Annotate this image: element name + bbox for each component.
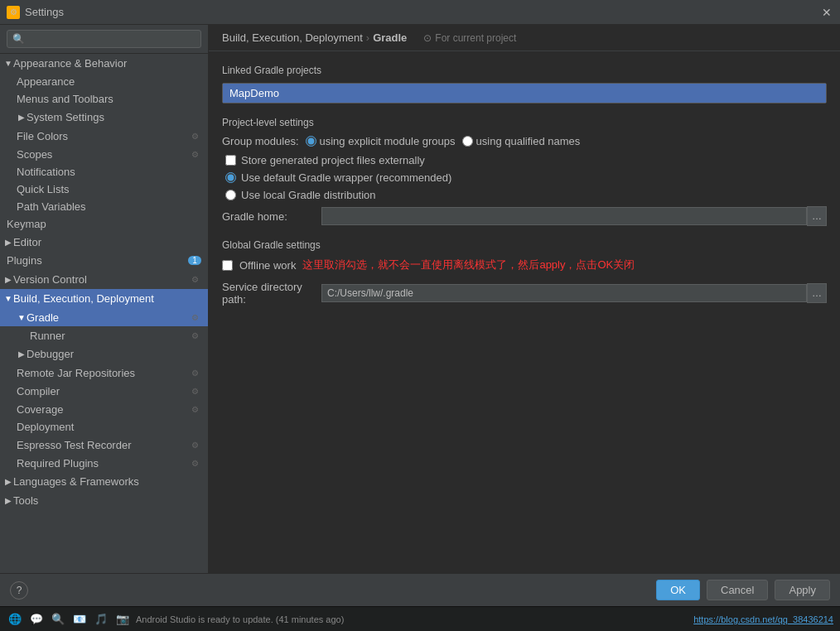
sidebar-item-system-settings[interactable]: ▶ System Settings xyxy=(0,108,208,127)
use-default-wrapper-row: Use default Gradle wrapper (recommended) xyxy=(222,171,827,184)
sidebar-item-appearance-behavior[interactable]: ▼ Appearance & Behavior xyxy=(0,54,208,73)
settings-icon: ⚙ xyxy=(188,311,201,324)
sidebar-label: Keymap xyxy=(7,218,201,230)
sidebar-label: Coverage xyxy=(17,403,185,416)
settings-icon: ⚙ xyxy=(188,438,201,451)
sidebar-label: Plugins xyxy=(7,254,185,267)
list-item[interactable]: MapDemo xyxy=(223,84,826,103)
sidebar-item-runner[interactable]: Runner ⚙ xyxy=(0,326,208,344)
sidebar-item-file-colors[interactable]: File Colors ⚙ xyxy=(0,127,208,145)
expand-icon: ▶ xyxy=(3,496,13,506)
expand-icon: ▶ xyxy=(17,113,27,123)
radio-explicit-label[interactable]: using explicit module groups xyxy=(306,135,456,147)
sidebar-item-build-execution[interactable]: ▼ Build, Execution, Deployment xyxy=(0,289,208,308)
offline-work-checkbox[interactable] xyxy=(222,260,233,271)
service-dir-browse-button[interactable]: … xyxy=(807,283,827,303)
sidebar-item-debugger[interactable]: ▶ Debugger xyxy=(0,344,208,364)
content-body: Linked Gradle projects MapDemo Project-l… xyxy=(209,51,840,573)
sidebar-item-quick-lists[interactable]: Quick Lists xyxy=(0,181,208,198)
sidebar-label: Debugger xyxy=(27,348,201,360)
expand-icon: ▼ xyxy=(3,294,13,304)
use-local-dist-radio[interactable] xyxy=(225,190,236,200)
offline-work-row: Offline work 这里取消勾选，就不会一直使用离线模式了，然后apply… xyxy=(222,258,827,272)
ok-button[interactable]: OK xyxy=(656,580,700,600)
settings-icon: ⚙ xyxy=(188,147,201,161)
radio-qualified[interactable] xyxy=(462,136,473,147)
sidebar-item-keymap[interactable]: Keymap xyxy=(0,215,208,233)
global-settings-section: Global Gradle settings Offline work 这里取消… xyxy=(222,239,827,306)
service-dir-row: Service directory path: … xyxy=(222,281,827,306)
expand-icon: ▼ xyxy=(3,59,13,69)
project-icon: ⊙ xyxy=(423,32,432,44)
sidebar-item-required-plugins[interactable]: Required Plugins ⚙ xyxy=(0,454,208,472)
sidebar-item-notifications[interactable]: Notifications xyxy=(0,163,208,181)
radio-qualified-label[interactable]: using qualified names xyxy=(462,135,581,147)
taskbar-icon-browser[interactable]: 🌐 xyxy=(7,611,23,628)
sidebar-item-espresso[interactable]: Espresso Test Recorder ⚙ xyxy=(0,436,208,454)
annotation-text: 这里取消勾选，就不会一直使用离线模式了，然后apply，点击OK关闭 xyxy=(302,258,635,272)
cancel-button[interactable]: Cancel xyxy=(707,580,768,600)
sidebar-item-version-control[interactable]: ▶ Version Control ⚙ xyxy=(0,269,208,289)
taskbar-link[interactable]: https://blog.csdn.net/qq_38436214 xyxy=(693,614,833,624)
sidebar-label: System Settings xyxy=(27,111,201,123)
taskbar-icon-camera[interactable]: 📷 xyxy=(114,611,131,628)
sidebar-label: Path Variables xyxy=(17,200,201,213)
sidebar-item-path-variables[interactable]: Path Variables xyxy=(0,198,208,215)
settings-icon: ⚙ xyxy=(188,402,201,416)
settings-icon: ⚙ xyxy=(188,456,201,470)
store-generated-checkbox[interactable] xyxy=(225,155,236,166)
service-dir-input[interactable] xyxy=(321,284,807,302)
sidebar-item-compiler[interactable]: Compiler ⚙ xyxy=(0,382,208,400)
plugin-badge: 1 xyxy=(188,256,201,265)
help-button[interactable]: ? xyxy=(10,581,28,600)
taskbar-icon-mail[interactable]: 📧 xyxy=(71,611,88,628)
use-local-dist-label: Use local Gradle distribution xyxy=(241,189,376,201)
group-modules-row: Group modules: using explicit module gro… xyxy=(222,135,827,147)
project-level-settings: Project-level settings Group modules: us… xyxy=(222,117,827,226)
expand-icon: ▶ xyxy=(3,477,13,487)
sidebar-label: Compiler xyxy=(17,385,185,397)
search-input[interactable] xyxy=(7,30,201,48)
use-default-wrapper-label: Use default Gradle wrapper (recommended) xyxy=(241,171,451,184)
global-settings-title: Global Gradle settings xyxy=(222,239,827,251)
taskbar-left: 🌐 💬 🔍 📧 🎵 📷 Android Studio is ready to u… xyxy=(7,611,344,628)
breadcrumb: Build, Execution, Deployment › Gradle xyxy=(222,31,407,44)
linked-projects-title: Linked Gradle projects xyxy=(222,65,827,76)
sidebar-item-languages[interactable]: ▶ Languages & Frameworks xyxy=(0,472,208,491)
sidebar-item-coverage[interactable]: Coverage ⚙ xyxy=(0,400,208,418)
sidebar-item-remote-jar[interactable]: Remote Jar Repositories ⚙ xyxy=(0,364,208,382)
gradle-home-browse-button[interactable]: … xyxy=(807,206,827,226)
expand-icon: ▶ xyxy=(3,274,13,284)
group-modules-label: Group modules: xyxy=(222,135,299,147)
sidebar-item-tools[interactable]: ▶ Tools xyxy=(0,491,208,510)
breadcrumb-separator: › xyxy=(366,31,369,44)
taskbar-icon-music[interactable]: 🎵 xyxy=(93,611,109,628)
sidebar-label: Appearance & Behavior xyxy=(13,57,201,70)
sidebar-item-deployment[interactable]: Deployment xyxy=(0,418,208,436)
expand-icon: ▼ xyxy=(17,312,27,322)
sidebar-label: Menus and Toolbars xyxy=(17,93,201,105)
expand-icon: ▶ xyxy=(3,238,13,248)
store-generated-label: Store generated project files externally xyxy=(241,154,425,166)
taskbar-icon-search[interactable]: 🔍 xyxy=(50,611,66,628)
apply-button[interactable]: Apply xyxy=(775,580,830,600)
radio-explicit[interactable] xyxy=(306,136,316,147)
sidebar-item-editor[interactable]: ▶ Editor xyxy=(0,233,208,252)
close-button[interactable]: ✕ xyxy=(820,6,833,19)
sidebar-item-menus-toolbars[interactable]: Menus and Toolbars xyxy=(0,90,208,108)
content-header: Build, Execution, Deployment › Gradle ⊙ … xyxy=(209,25,840,51)
taskbar-icon-chat[interactable]: 💬 xyxy=(28,611,45,628)
radio-qualified-text: using qualified names xyxy=(476,135,581,147)
sidebar-item-scopes[interactable]: Scopes ⚙ xyxy=(0,145,208,163)
for-current-project-label: For current project xyxy=(435,32,516,44)
gradle-home-input[interactable] xyxy=(321,207,807,225)
sidebar-item-gradle[interactable]: ▼ Gradle ⚙ xyxy=(0,308,208,326)
service-dir-label: Service directory path: xyxy=(222,281,321,306)
sidebar-item-plugins[interactable]: Plugins 1 xyxy=(0,252,208,269)
sidebar-label: Languages & Frameworks xyxy=(13,475,201,488)
sidebar-item-appearance[interactable]: Appearance xyxy=(0,73,208,90)
content-area: Build, Execution, Deployment › Gradle ⊙ … xyxy=(209,25,840,573)
use-default-wrapper-radio[interactable] xyxy=(225,172,236,183)
window-title: Settings xyxy=(25,6,64,18)
main-layout: ▼ Appearance & Behavior Appearance Menus… xyxy=(0,25,840,573)
